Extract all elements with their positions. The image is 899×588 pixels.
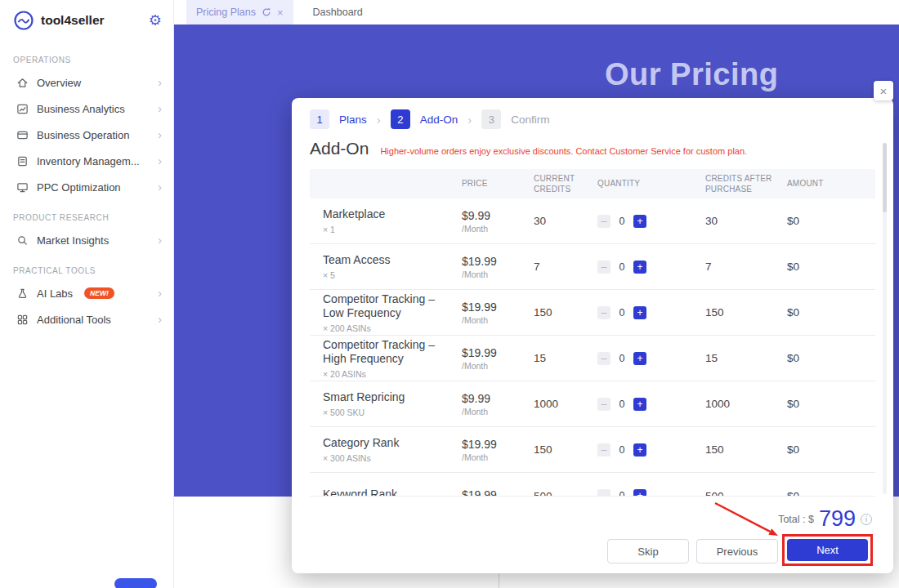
scrollbar-thumb[interactable]: [883, 143, 887, 212]
chevron-right-icon: ›: [158, 102, 162, 115]
addon-per-period: /Month: [462, 224, 534, 234]
sidebar-item-business-operation[interactable]: Business Operation ›: [0, 122, 173, 148]
close-modal-icon[interactable]: ×: [874, 81, 893, 100]
decrease-button[interactable]: –: [597, 443, 611, 457]
quantity-value: 0: [616, 353, 628, 364]
quantity-value: 0: [616, 490, 628, 497]
tab-label: Dashboard: [313, 7, 363, 18]
current-credits-value: 500: [534, 490, 597, 497]
credits-after-value: 15: [705, 352, 787, 364]
info-icon[interactable]: i: [861, 514, 872, 525]
chevron-right-icon: ›: [158, 234, 162, 247]
step-1-label[interactable]: Plans: [339, 114, 367, 126]
chevron-right-icon: ›: [158, 154, 162, 167]
gear-icon[interactable]: ⚙: [149, 13, 162, 28]
decrease-button[interactable]: –: [597, 215, 611, 228]
chevron-right-icon: ›: [158, 180, 162, 194]
step-1-badge: 1: [310, 109, 329, 129]
table-row: Smart Repricing × 500 SKU $9.99 /Month 1…: [310, 381, 875, 427]
addon-name: Competitor Tracking – Low Frequency: [323, 292, 462, 321]
increase-button[interactable]: +: [633, 352, 646, 365]
table-row: Team Access × 5 $19.99 /Month 7 – 0 + 7 …: [310, 244, 875, 290]
addon-per-period: /Month: [462, 452, 534, 462]
section-label-practical-tools: PRACTICAL TOOLS: [0, 266, 173, 280]
total-row: Total : $ 799 i: [778, 506, 872, 532]
decrease-button[interactable]: –: [597, 398, 611, 411]
increase-button[interactable]: +: [633, 489, 646, 497]
header-current-credits: CURRENT CREDITS: [534, 173, 597, 195]
tab-bar: Pricing Plans × Dashboard: [174, 0, 899, 24]
tab-label: Pricing Plans: [196, 7, 256, 18]
discount-note: Higher-volume orders enjoy exclusive dis…: [380, 146, 747, 156]
tab-dashboard[interactable]: Dashboard: [303, 0, 373, 24]
quantity-stepper: – 0 +: [597, 215, 705, 228]
addon-price: $9.99: [462, 392, 534, 405]
step-2-label[interactable]: Add-On: [420, 114, 458, 126]
sidebar-item-label: PPC Optimization: [37, 181, 121, 194]
header-credits-after: CREDITS AFTER PURCHASE: [705, 173, 787, 195]
sidebar-item-ppc-optimization[interactable]: PPC Optimization ›: [0, 174, 173, 200]
step-3-label: Confirm: [511, 114, 549, 126]
quantity-value: 0: [616, 216, 628, 227]
refresh-icon[interactable]: [262, 7, 271, 17]
chat-widget-button[interactable]: [114, 578, 157, 588]
credits-after-value: 1000: [705, 398, 787, 410]
new-badge: NEW!: [84, 287, 114, 299]
close-tab-icon[interactable]: ×: [277, 7, 284, 18]
sidebar-item-additional-tools[interactable]: Additional Tools ›: [0, 306, 173, 332]
decrease-button[interactable]: –: [597, 352, 611, 365]
sidebar-item-label: Business Analytics: [37, 103, 125, 115]
increase-button[interactable]: +: [633, 261, 646, 274]
addon-name: Marketplace: [323, 207, 462, 222]
current-credits-value: 15: [534, 352, 597, 364]
total-label: Total : $: [778, 514, 814, 525]
header-amount: AMOUNT: [787, 178, 830, 189]
sidebar-item-inventory-management[interactable]: Inventory Managem... ›: [0, 148, 173, 174]
chevron-right-icon: ›: [158, 76, 162, 89]
tab-pricing-plans[interactable]: Pricing Plans ×: [186, 0, 293, 24]
sidebar-item-business-analytics[interactable]: Business Analytics ›: [0, 96, 173, 122]
flask-icon: [16, 287, 29, 300]
increase-button[interactable]: +: [633, 306, 646, 319]
addon-price: $19.99: [462, 255, 534, 268]
previous-button[interactable]: Previous: [696, 539, 778, 564]
addon-name: Category Rank: [323, 436, 462, 451]
background-divider: [499, 573, 499, 588]
brand-name: tool4seller: [41, 13, 105, 28]
addon-name: Keyword Rank: [323, 488, 462, 497]
increase-button[interactable]: +: [633, 398, 646, 411]
increase-button[interactable]: +: [633, 443, 646, 457]
addon-unit: × 200 ASINs: [323, 323, 462, 333]
table-header: PRICE CURRENT CREDITS QUANTITY CREDITS A…: [310, 169, 875, 198]
skip-button[interactable]: Skip: [607, 539, 689, 564]
scrollbar-track[interactable]: [883, 143, 887, 494]
addon-unit: × 5: [323, 270, 462, 280]
decrease-button[interactable]: –: [597, 489, 611, 497]
tool4seller-logo-icon: [13, 10, 34, 31]
addon-price: $19.99: [462, 438, 534, 451]
increase-button[interactable]: +: [633, 215, 646, 228]
sidebar-item-market-insights[interactable]: Market Insights ›: [0, 227, 173, 253]
sidebar-item-label: Business Operation: [37, 129, 129, 141]
home-icon: [16, 77, 29, 89]
amount-value: $0: [787, 215, 830, 227]
addon-unit: × 500 SKU: [323, 408, 462, 417]
amount-value: $0: [787, 398, 830, 410]
sidebar-header: tool4seller ⚙: [0, 0, 173, 31]
sidebar: tool4seller ⚙ OPERATIONS Overview › Busi…: [0, 0, 174, 588]
amount-value: $0: [787, 261, 830, 273]
annotation-highlight-box: Next: [782, 534, 873, 566]
decrease-button[interactable]: –: [597, 261, 611, 274]
next-button[interactable]: Next: [787, 539, 868, 561]
decrease-button[interactable]: –: [597, 306, 611, 319]
sidebar-item-ai-labs[interactable]: AI Labs NEW! ›: [0, 280, 173, 306]
current-credits-value: 7: [534, 261, 597, 273]
addon-unit: × 1: [323, 225, 462, 234]
quantity-stepper: – 0 +: [597, 443, 705, 457]
sidebar-item-overview[interactable]: Overview ›: [0, 69, 173, 96]
addon-per-period: /Month: [462, 270, 534, 279]
quantity-stepper: – 0 +: [597, 306, 705, 319]
grid-icon: [16, 314, 29, 326]
credits-after-value: 30: [705, 215, 787, 227]
table-row: Category Rank × 300 ASINs $19.99 /Month …: [310, 427, 875, 473]
